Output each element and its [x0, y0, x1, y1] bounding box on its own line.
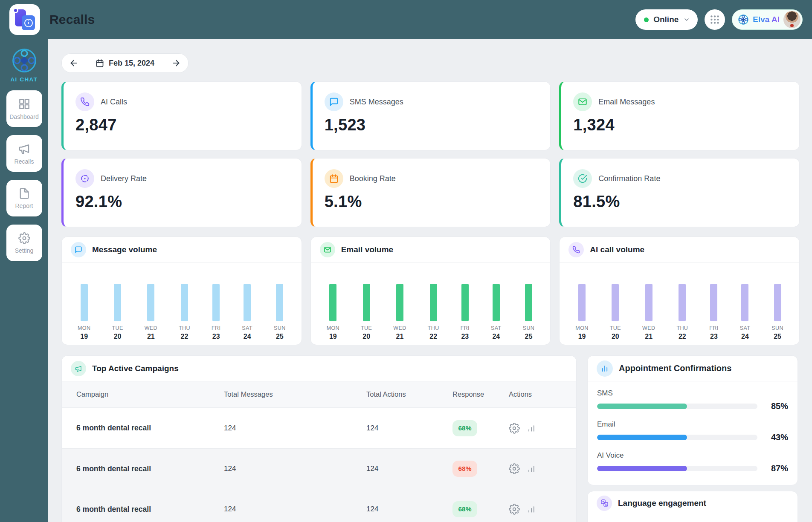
date-label: 22	[181, 333, 188, 340]
brand-mandala-icon	[738, 14, 749, 25]
stat-value: 5.1%	[325, 193, 539, 211]
app-logo[interactable]: i	[9, 4, 40, 35]
progress-fill	[597, 404, 687, 409]
date-label: 21	[645, 333, 652, 340]
apps-grid-button[interactable]	[705, 9, 725, 30]
message-volume-chart: Message volume MON19 TUE20 WED21 THU22 F…	[61, 236, 302, 345]
user-menu[interactable]: Elva AI	[732, 9, 803, 30]
column-header: Campaign	[76, 390, 224, 398]
row-stats-button[interactable]	[527, 464, 536, 473]
bottom-row: Top Active Campaigns Campaign Total Mess…	[61, 355, 800, 522]
table-row: 6 month dental recall 124 124 68%	[62, 448, 576, 489]
megaphone-icon	[71, 361, 86, 376]
row-stats-button[interactable]	[527, 424, 536, 433]
stat-value: 1,324	[573, 116, 787, 134]
sidebar-item-recalls[interactable]: Recalls	[6, 135, 42, 172]
sidebar: AI CHAT Dashboard Recalls Report Setting	[0, 39, 48, 522]
page-title: Recalls	[49, 12, 95, 27]
main-content: Feb 15, 2024 AI Calls 2,847	[48, 39, 812, 522]
translate-icon: A	[597, 496, 612, 511]
stat-value: 2,847	[75, 116, 290, 134]
progress-item-sms: SMS 85%	[597, 389, 788, 411]
brand-name: AI CHAT	[10, 76, 38, 83]
info-icon: i	[24, 19, 33, 27]
day-label: SAT	[491, 325, 502, 331]
date-label: 22	[679, 333, 686, 340]
row-settings-button[interactable]	[509, 504, 520, 515]
prev-date-button[interactable]	[62, 54, 86, 72]
phone-icon	[75, 92, 94, 111]
bar	[114, 284, 121, 321]
date-navigation: Feb 15, 2024	[61, 53, 188, 73]
date-label: 22	[429, 333, 437, 340]
campaign-name: 6 month dental recall	[76, 424, 224, 433]
bar-chart: MON19 TUE20 WED21 THU22 FRI23 SAT24 SUN2…	[560, 262, 799, 340]
date-label: 20	[612, 333, 619, 340]
bar	[244, 284, 251, 321]
ai-call-volume-chart: AI call volume MON19 TUE20 WED21 THU22 F…	[559, 236, 800, 345]
stat-value: 81.5%	[573, 193, 787, 211]
gear-icon	[509, 463, 520, 474]
bar	[212, 284, 220, 321]
bar	[710, 284, 717, 321]
chevron-down-icon	[683, 16, 690, 23]
right-column: Appointment Confirmations SMS 85% Email	[587, 355, 798, 522]
date-label: 19	[329, 333, 337, 340]
row-settings-button[interactable]	[509, 463, 520, 474]
dots-grid-icon	[709, 14, 720, 25]
bar-chart-icon	[527, 505, 536, 513]
top-header: i Recalls Online Elva AI	[0, 0, 812, 39]
total-actions: 124	[366, 464, 452, 473]
table-row: 6 month dental recall 124 124 68%	[62, 408, 576, 448]
date-label: 20	[362, 333, 370, 340]
total-messages: 124	[224, 424, 366, 433]
chat-bubble-icon	[325, 92, 343, 111]
day-label: SUN	[523, 325, 535, 331]
progress-value: 87%	[765, 464, 788, 473]
total-messages: 124	[224, 505, 366, 513]
day-label: THU	[676, 325, 688, 331]
total-actions: 124	[366, 505, 452, 513]
campaign-name: 6 month dental recall	[76, 505, 224, 514]
sidebar-brand[interactable]: AI CHAT	[10, 48, 38, 83]
day-label: FRI	[461, 325, 470, 331]
sidebar-item-dashboard[interactable]: Dashboard	[6, 90, 42, 127]
date-picker[interactable]: Feb 15, 2024	[86, 54, 164, 72]
panel-title: Language engagement	[618, 499, 706, 508]
bar	[774, 284, 781, 321]
date-label: 24	[492, 333, 500, 340]
row-stats-button[interactable]	[527, 505, 536, 513]
status-dropdown[interactable]: Online	[635, 9, 698, 30]
next-date-button[interactable]	[164, 54, 188, 72]
response-badge: 68%	[452, 461, 477, 477]
date-label: 24	[244, 333, 251, 340]
column-header: Total Actions	[366, 390, 452, 398]
app-logo-ring	[13, 8, 18, 13]
table-header: Campaign Total Messages Total Actions Re…	[62, 381, 576, 408]
stat-card-confirmation-rate: Confirmation Rate 81.5%	[559, 158, 800, 227]
gear-icon	[509, 423, 520, 434]
charts-row: Message volume MON19 TUE20 WED21 THU22 F…	[61, 236, 800, 345]
sidebar-item-report[interactable]: Report	[6, 180, 42, 216]
row-settings-button[interactable]	[509, 423, 520, 434]
day-label: SUN	[771, 325, 783, 331]
top-active-campaigns-card: Top Active Campaigns Campaign Total Mess…	[61, 355, 577, 522]
bar	[612, 284, 619, 321]
stat-card-delivery-rate: Delivery Rate 92.1%	[61, 158, 302, 227]
progress-fill	[597, 435, 687, 440]
sidebar-item-setting[interactable]: Setting	[6, 225, 42, 261]
megaphone-icon	[18, 142, 31, 155]
bar	[147, 284, 154, 321]
date-label: 23	[710, 333, 718, 340]
campaign-name: 6 month dental recall	[76, 464, 224, 473]
online-status-dot	[644, 17, 649, 22]
day-label: MON	[327, 325, 339, 331]
dashboard-grid-icon	[18, 98, 31, 110]
language-row: English 58%	[588, 515, 798, 522]
progress-track	[597, 466, 757, 471]
stats-grid: AI Calls 2,847 SMS Messages 1,523	[61, 81, 800, 227]
column-header: Total Messages	[224, 390, 366, 398]
brand-mandala-icon	[12, 48, 37, 73]
date-label: 20	[114, 333, 122, 340]
bar	[329, 284, 336, 321]
